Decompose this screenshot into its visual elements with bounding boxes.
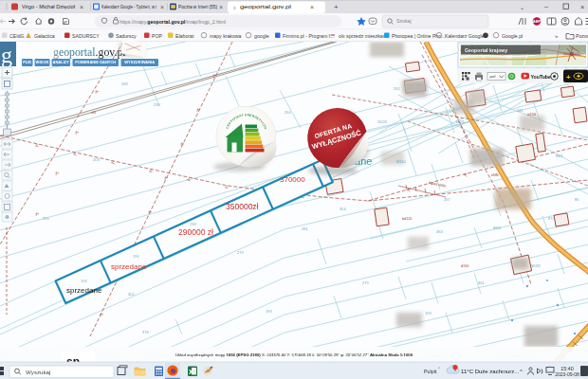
svg-text:279: 279: [362, 280, 369, 285]
svg-text:194: 194: [81, 279, 87, 283]
svg-text:Poczta w Interi (55): Poczta w Interi (55): [178, 4, 217, 9]
svg-text:mapy krakowa: mapy krakowa: [210, 33, 242, 39]
svg-text:eN: eN: [91, 111, 96, 115]
svg-text:×: ×: [219, 4, 223, 10]
svg-text:X: X: [189, 369, 193, 375]
svg-text:CEIdG: CEIdG: [9, 33, 25, 39]
svg-text:370000: 370000: [280, 175, 305, 184]
svg-text:Geoportal krajowy: Geoportal krajowy: [465, 47, 507, 53]
svg-text:Elaborat: Elaborat: [175, 33, 194, 39]
svg-text:geoportal.gov.pl: geoportal.gov.pl: [53, 45, 126, 59]
svg-text:363: 363: [436, 229, 443, 234]
svg-text:361: 361: [478, 280, 485, 285]
svg-text:350000zł: 350000zł: [226, 202, 259, 211]
svg-text:193: 193: [425, 311, 432, 316]
svg-text:230: 230: [154, 102, 160, 107]
svg-text:196: 196: [133, 254, 139, 259]
svg-text:262/2: 262/2: [377, 119, 388, 124]
svg-text:PLIK: PLIK: [23, 60, 31, 64]
svg-text:264: 264: [285, 110, 291, 115]
svg-text:sprzedane: sprzedane: [111, 262, 147, 271]
svg-text:Kalendarz Google - Tydzień, w: Kalendarz Google - Tydzień, w i: [101, 4, 156, 9]
svg-text:363/1: 363/1: [531, 263, 542, 268]
svg-text:Virgo - Michał Dzięcioł: Virgo - Michał Dzięcioł: [22, 4, 76, 9]
svg-text:google: google: [254, 33, 269, 39]
svg-text:Układ współrzędnych mapy 1992: Układ współrzędnych mapy 1992 (EPSG 2180…: [175, 352, 413, 357]
svg-text:+: +: [334, 3, 339, 11]
svg-text:281: 281: [302, 226, 308, 231]
svg-text:sprzedane: sprzedane: [66, 286, 102, 295]
svg-text:×: ×: [160, 4, 164, 10]
svg-text:Wyszukaj: Wyszukaj: [26, 369, 50, 375]
svg-text:SADURSCY: SADURSCY: [72, 33, 100, 39]
svg-text:193: 193: [266, 309, 272, 314]
svg-text:ABP: ABP: [533, 19, 542, 24]
svg-text:^: ^: [438, 366, 440, 370]
svg-text:141: 141: [517, 108, 524, 113]
svg-text:eNN: eNN: [491, 173, 499, 177]
svg-text:d150: d150: [461, 264, 469, 268]
svg-text:88/3: 88/3: [493, 226, 502, 230]
svg-text:11°C Duże zachmurz...: 11°C Duże zachmurz...: [461, 369, 520, 374]
svg-text:255: 255: [43, 216, 49, 221]
svg-text:geoportal.gov.pl: geoportal.gov.pl: [240, 4, 291, 9]
svg-text:238: 238: [190, 222, 196, 226]
svg-text:Pozostałe zakł: Pozostałe zakł: [576, 33, 588, 39]
svg-text:Sadurscy: Sadurscy: [116, 33, 137, 39]
svg-text:279: 279: [237, 250, 244, 255]
svg-text:302: 302: [128, 292, 135, 297]
svg-text:×: ×: [80, 4, 83, 10]
svg-text:–: –: [544, 3, 548, 9]
svg-text:POBIERANIE DANYCH: POBIERANIE DANYCH: [75, 60, 116, 64]
svg-text:×: ×: [580, 3, 584, 11]
svg-text:w150: w150: [527, 113, 536, 117]
svg-text:POP: POP: [152, 33, 162, 39]
svg-text:2023-09-08: 2023-09-08: [555, 371, 579, 377]
svg-text:290000 zł: 290000 zł: [178, 227, 213, 237]
svg-text:M110: M110: [396, 159, 406, 164]
svg-text:×: ×: [310, 4, 314, 10]
svg-text:15:40: 15:40: [560, 366, 574, 371]
svg-text:bd110: bd110: [402, 217, 412, 221]
svg-text:YouTube: YouTube: [531, 74, 552, 80]
svg-text:261: 261: [394, 86, 400, 91]
svg-text:pol: pol: [490, 74, 496, 79]
svg-text:Firmino.pl - Program f...: Firmino.pl - Program f...: [283, 33, 334, 39]
svg-text:269: 269: [121, 81, 128, 86]
svg-text:Pulpit: Pulpit: [424, 369, 437, 374]
svg-text:88/1: 88/1: [556, 153, 564, 158]
svg-text:+: +: [566, 73, 571, 81]
svg-text:Galactica: Galactica: [34, 33, 55, 39]
svg-text:https://mapy.geoportal.gov.pl/: https://mapy.geoportal.gov.pl/imap/Imgp_…: [119, 19, 226, 25]
svg-text:olx sprzedz mieszkan: olx sprzedz mieszkan: [339, 33, 386, 39]
svg-text:ANALIZY: ANALIZY: [53, 60, 70, 64]
svg-text:87/1: 87/1: [548, 216, 557, 221]
svg-text:376: 376: [142, 330, 149, 334]
svg-text:86: 86: [575, 197, 579, 202]
svg-text:WIDOK: WIDOK: [36, 60, 49, 64]
svg-text:Szukaj: Szukaj: [396, 18, 412, 24]
svg-text:g: g: [1, 43, 12, 67]
svg-text:142/1: 142/1: [455, 119, 466, 124]
svg-text:354: 354: [340, 207, 346, 211]
svg-text:WYSZUKIWANIA: WYSZUKIWANIA: [124, 60, 155, 64]
svg-text:^: ^: [520, 369, 523, 374]
svg-text:⌄: ⌄: [520, 5, 524, 10]
svg-text:Kalendarz Google: Kalendarz Google: [445, 33, 485, 39]
svg-text:203: 203: [93, 157, 100, 162]
svg-text:Google.pl: Google.pl: [502, 33, 523, 39]
svg-text:267: 267: [444, 197, 450, 202]
